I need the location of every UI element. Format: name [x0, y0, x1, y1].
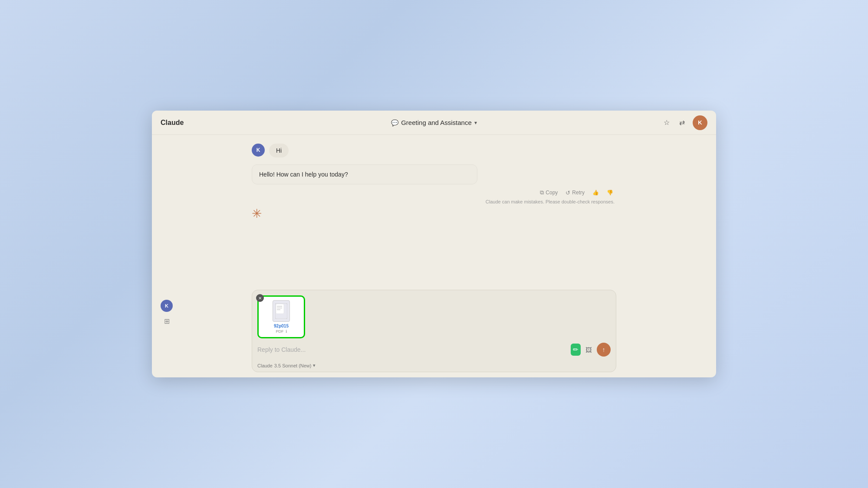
thumbs-up-icon: 👍 — [592, 190, 599, 196]
conversation-icon: 💬 — [391, 119, 398, 126]
attachment-type-row: PDF ℹ — [276, 329, 287, 334]
attachment-button[interactable]: ✏ — [571, 344, 581, 356]
claude-logo-row: ✳ — [252, 208, 616, 220]
image-button[interactable]: 🖼 — [583, 344, 594, 356]
input-actions: ✏ 🖼 ↑ — [571, 343, 611, 357]
message-actions: ⧉ Copy ↺ Retry 👍 👎 — [252, 188, 616, 197]
user-avatar: K — [252, 144, 265, 157]
main-content: K Hi Hello! How can I help you today? ⧉ … — [152, 135, 716, 286]
conversation-title: Greeting and Assistance — [401, 119, 472, 126]
reply-input[interactable] — [257, 346, 567, 353]
attachment-filename: 92p015 — [274, 324, 289, 328]
messages-area: K Hi Hello! How can I help you today? ⧉ … — [152, 144, 716, 278]
attachment-type-label: PDF — [276, 329, 284, 334]
model-selector-row: Claude 3.5 Sonnet (New) ▾ — [252, 361, 616, 372]
user-avatar-button[interactable]: K — [693, 115, 707, 130]
header-center: 💬 Greeting and Assistance ▾ — [343, 119, 525, 126]
chat-window: Claude 💬 Greeting and Assistance ▾ ☆ ⇄ K… — [152, 111, 716, 377]
thumbs-down-button[interactable]: 👎 — [604, 188, 616, 197]
disclaimer-text: Claude can make mistakes. Please double-… — [252, 199, 616, 204]
attachment-close-button[interactable]: ✕ — [256, 294, 264, 302]
header-right: ☆ ⇄ K — [525, 115, 707, 130]
chevron-down-icon: ▾ — [474, 120, 477, 126]
sidebar-panel-button[interactable]: ⊞ — [164, 317, 170, 325]
send-button[interactable]: ↑ — [597, 343, 611, 357]
star-button[interactable]: ☆ — [662, 117, 671, 128]
thumbs-down-icon: 👎 — [607, 190, 613, 196]
model-selector-button[interactable]: Claude 3.5 Sonnet (New) ▾ — [257, 363, 316, 368]
pdf-file-svg — [275, 303, 287, 319]
user-bubble: Hi — [269, 144, 289, 157]
input-section: ✕ 92p015 PDF ℹ — [152, 286, 716, 377]
input-row: ✏ 🖼 ↑ — [252, 338, 616, 361]
retry-button[interactable]: ↺ Retry — [562, 188, 588, 197]
copy-icon: ⧉ — [540, 189, 544, 196]
attachment-file-icon — [273, 300, 290, 322]
svg-rect-1 — [276, 304, 284, 314]
sidebar-left: K ⊞ — [161, 300, 173, 325]
copy-button[interactable]: ⧉ Copy — [537, 188, 561, 197]
attachment-card: ✕ 92p015 PDF ℹ — [257, 295, 305, 338]
settings-button[interactable]: ⇄ — [677, 117, 687, 128]
header: Claude 💬 Greeting and Assistance ▾ ☆ ⇄ K — [152, 111, 716, 135]
attachment-preview-area: ✕ 92p015 PDF ℹ — [252, 290, 616, 338]
header-left: Claude — [161, 119, 343, 127]
info-icon: ℹ — [286, 329, 287, 334]
assistant-message-text: Hello! How can I help you today? — [259, 171, 348, 178]
thumbs-up-button[interactable]: 👍 — [589, 188, 602, 197]
user-message-row: K Hi — [252, 144, 616, 157]
retry-icon: ↺ — [566, 190, 570, 196]
assistant-message-container: Hello! How can I help you today? ⧉ Copy … — [252, 164, 616, 204]
assistant-bubble: Hello! How can I help you today? — [252, 164, 477, 184]
input-box: ✕ 92p015 PDF ℹ — [252, 290, 616, 372]
model-chevron-icon: ▾ — [313, 363, 316, 368]
app-title: Claude — [161, 119, 184, 126]
send-icon: ↑ — [602, 346, 605, 353]
sidebar-user-avatar: K — [161, 300, 173, 312]
claude-asterisk-icon: ✳ — [252, 208, 262, 220]
